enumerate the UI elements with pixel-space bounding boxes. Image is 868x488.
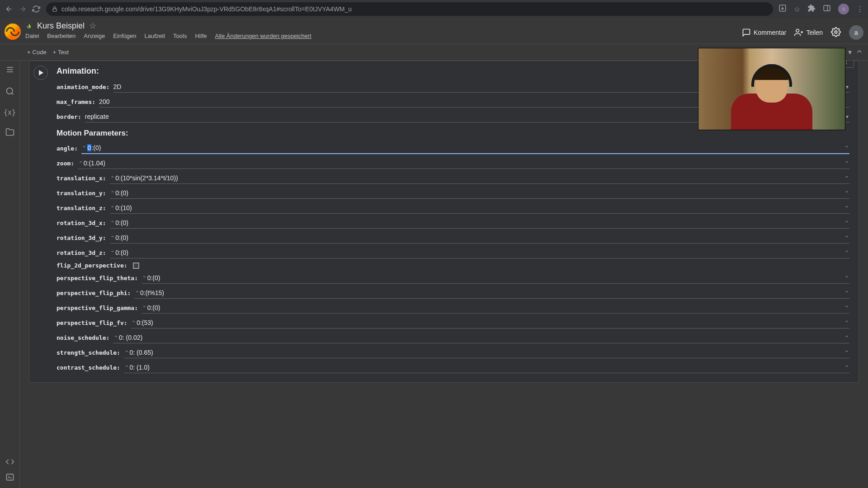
rotation-3d-y-input[interactable] xyxy=(115,234,844,241)
side-panel-icon[interactable] xyxy=(823,4,831,14)
noise-schedule-input[interactable] xyxy=(119,334,844,341)
rotation-3d-z-input[interactable] xyxy=(115,249,844,256)
translation-x-field[interactable]: " " xyxy=(110,173,849,184)
browser-menu-icon[interactable]: ⋮ xyxy=(856,5,863,14)
perspective-flip-fv-label: perspective_flip_fv: xyxy=(57,319,127,326)
share-icon xyxy=(794,28,803,37)
rotation-3d-x-field[interactable]: " " xyxy=(110,217,849,229)
reload-icon[interactable] xyxy=(32,5,41,14)
translation-x-input[interactable] xyxy=(115,174,844,182)
rotation-3d-z-label: rotation_3d_z: xyxy=(57,249,106,256)
star-icon[interactable]: ☆ xyxy=(89,21,96,31)
search-icon[interactable] xyxy=(5,87,14,98)
variables-icon[interactable]: {x} xyxy=(4,108,16,117)
flip-2d-perspective-label: flip_2d_perspective: xyxy=(57,262,127,269)
perspective-flip-fv-input[interactable] xyxy=(137,319,844,326)
zoom-label: zoom: xyxy=(57,160,74,167)
translation-z-field[interactable]: " " xyxy=(110,202,849,214)
menu-tools[interactable]: Tools xyxy=(173,33,187,39)
strength-schedule-label: strength_schedule: xyxy=(57,349,120,356)
rotation-3d-y-field[interactable]: " " xyxy=(110,232,849,244)
menu-bearbeiten[interactable]: Bearbeiten xyxy=(47,33,75,39)
menu-anzeige[interactable]: Anzeige xyxy=(84,33,105,39)
menu-datei[interactable]: Datei xyxy=(25,33,39,39)
zoom-field[interactable]: " " xyxy=(78,158,849,169)
strength-schedule-input[interactable] xyxy=(130,349,844,356)
chevron-down-icon: ▼ xyxy=(845,114,849,119)
forward-icon[interactable] xyxy=(18,5,27,14)
rotation-3d-z-field[interactable]: " " xyxy=(110,247,849,258)
animation-mode-label: animation_mode: xyxy=(57,84,109,90)
doc-title[interactable]: Kurs Beispiel xyxy=(37,21,85,31)
url-bar[interactable]: colab.research.google.com/drive/13G9KHyM… xyxy=(46,2,773,16)
menu-laufzeit[interactable]: Laufzeit xyxy=(145,33,165,39)
share-button[interactable]: Teilen xyxy=(794,28,823,37)
perspective-flip-gamma-field[interactable]: " " xyxy=(142,302,849,314)
add-text-button[interactable]: +Text xyxy=(53,49,69,56)
border-label: border: xyxy=(57,113,81,120)
perspective-flip-theta-label: perspective_flip_theta: xyxy=(57,275,138,282)
extensions-icon[interactable] xyxy=(807,4,816,14)
webcam-overlay xyxy=(698,48,845,130)
comment-button[interactable]: Kommentar xyxy=(742,28,786,37)
user-avatar[interactable]: a xyxy=(849,25,863,40)
zoom-input[interactable] xyxy=(84,160,844,167)
contrast-schedule-label: contrast_schedule: xyxy=(57,364,120,371)
rotation-3d-y-label: rotation_3d_y: xyxy=(57,235,106,241)
translation-z-input[interactable] xyxy=(115,204,844,211)
perspective-flip-phi-input[interactable] xyxy=(140,289,844,296)
svg-rect-2 xyxy=(824,5,830,11)
svg-point-5 xyxy=(835,31,837,33)
translation-y-field[interactable]: " " xyxy=(110,188,849,199)
svg-line-10 xyxy=(11,93,13,95)
perspective-flip-theta-field[interactable]: " " xyxy=(142,272,849,284)
max-frames-label: max_frames: xyxy=(57,99,95,105)
translation-y-label: translation_y: xyxy=(57,190,106,197)
code-snippets-icon[interactable] xyxy=(5,457,14,468)
toc-icon[interactable] xyxy=(5,65,14,76)
folder-icon[interactable] xyxy=(5,127,14,138)
colab-logo-icon[interactable] xyxy=(5,23,21,40)
section-motion-title: Motion Parameters: xyxy=(57,129,849,138)
run-cell-button[interactable] xyxy=(33,66,48,80)
strength-schedule-field[interactable]: " " xyxy=(124,347,849,358)
connect-dropdown-icon[interactable]: ▾ xyxy=(848,48,852,56)
menu-hilfe[interactable]: Hilfe xyxy=(195,33,207,39)
menu-einfuegen[interactable]: Einfügen xyxy=(113,33,136,39)
angle-label: angle: xyxy=(57,145,78,152)
chevron-down-icon: ▼ xyxy=(845,84,849,89)
comment-icon xyxy=(742,28,751,37)
noise-schedule-field[interactable]: " " xyxy=(113,332,849,343)
contrast-schedule-input[interactable] xyxy=(130,364,844,371)
svg-rect-0 xyxy=(53,9,57,11)
bookmark-star-icon[interactable]: ☆ xyxy=(794,5,800,14)
rotation-3d-x-input[interactable] xyxy=(115,219,844,226)
install-icon[interactable] xyxy=(778,4,787,14)
translation-x-label: translation_x: xyxy=(57,175,106,182)
terminal-icon[interactable] xyxy=(5,473,14,483)
back-icon[interactable] xyxy=(5,5,14,14)
rotation-3d-x-label: rotation_3d_x: xyxy=(57,220,106,226)
menu-bar: Datei Bearbeiten Anzeige Einfügen Laufze… xyxy=(25,33,737,39)
toggle-header-icon[interactable] xyxy=(855,47,863,57)
translation-y-input[interactable] xyxy=(115,189,844,197)
perspective-flip-phi-field[interactable]: " " xyxy=(134,287,849,299)
translation-z-label: translation_z: xyxy=(57,205,106,211)
perspective-flip-theta-input[interactable] xyxy=(147,274,844,282)
gear-icon[interactable] xyxy=(831,27,841,38)
save-status[interactable]: Alle Änderungen wurden gespeichert xyxy=(215,33,311,39)
browser-bar: colab.research.google.com/drive/13G9KHyM… xyxy=(0,0,868,18)
drive-icon xyxy=(25,23,33,29)
add-code-button[interactable]: +Code xyxy=(27,49,47,56)
svg-point-4 xyxy=(796,29,799,33)
perspective-flip-gamma-label: perspective_flip_gamma: xyxy=(57,305,138,311)
svg-rect-11 xyxy=(6,474,13,480)
perspective-flip-fv-field[interactable]: " " xyxy=(131,317,849,328)
url-text: colab.research.google.com/drive/13G9KHyM… xyxy=(61,5,352,13)
perspective-flip-phi-label: perspective_flip_phi: xyxy=(57,290,131,296)
flip-2d-perspective-checkbox[interactable] xyxy=(133,263,139,269)
angle-field[interactable]: " 0:(0) " xyxy=(81,142,849,154)
perspective-flip-gamma-input[interactable] xyxy=(147,304,844,311)
browser-avatar[interactable]: a xyxy=(838,4,849,14)
contrast-schedule-field[interactable]: " " xyxy=(124,362,849,373)
